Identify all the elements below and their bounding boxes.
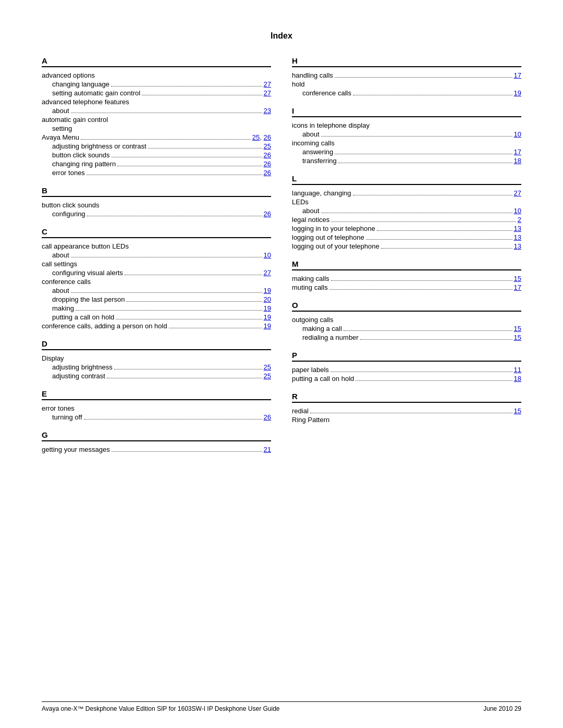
- entry-label: Avaya Menu: [42, 133, 79, 141]
- index-entry: handling calls 17: [292, 71, 521, 79]
- entry-page[interactable]: 26: [264, 151, 271, 159]
- entry-page[interactable]: 15: [514, 334, 521, 341]
- entry-page[interactable]: 2: [518, 216, 521, 224]
- index-entry: error tones 26: [42, 169, 271, 177]
- leader-dots: [331, 372, 512, 372]
- index-entry: adjusting brightness or contrast 25: [42, 142, 271, 150]
- index-entry: dropping the last person 20: [42, 295, 271, 303]
- leader-dots: [366, 239, 512, 240]
- index-section: A advanced options changing language 27 …: [42, 56, 271, 177]
- leader-dots: [148, 148, 262, 149]
- index-entry: about 10: [292, 207, 521, 215]
- footer-right: June 2010 29: [483, 705, 521, 712]
- entry-label: adjusting brightness: [52, 363, 113, 371]
- leader-dots: [87, 175, 262, 175]
- entry-page[interactable]: 27: [264, 80, 271, 88]
- entry-page[interactable]: 19: [264, 322, 271, 330]
- entry-page[interactable]: 17: [514, 148, 521, 156]
- entry-page[interactable]: 27: [514, 189, 521, 197]
- entry-label: hold: [292, 80, 305, 88]
- index-entry: Avaya Menu 25, 26: [42, 133, 271, 141]
- index-entry: configuring visual alerts 27: [42, 269, 271, 277]
- leader-dots: [381, 248, 512, 249]
- leader-dots: [117, 166, 262, 166]
- index-group-label: call appearance button LEDs: [42, 242, 271, 250]
- entry-page[interactable]: 20: [264, 295, 271, 303]
- index-section: O outgoing calls making a call 15 redial…: [292, 301, 521, 341]
- entry-page[interactable]: 26: [264, 413, 271, 421]
- entry-page[interactable]: 18: [514, 375, 521, 382]
- entry-page[interactable]: 17: [514, 283, 521, 291]
- entry-page[interactable]: 26: [264, 160, 271, 168]
- entry-label: configuring visual alerts: [52, 269, 123, 277]
- entry-page[interactable]: 10: [264, 251, 271, 259]
- leader-dots: [335, 77, 512, 78]
- entry-page[interactable]: 19: [264, 304, 271, 312]
- entry-page[interactable]: 15: [514, 275, 521, 282]
- entry-page[interactable]: 21: [264, 446, 271, 453]
- entry-label: turning off: [52, 413, 82, 421]
- entry-page[interactable]: 13: [514, 242, 521, 250]
- section-letter: D: [42, 339, 271, 350]
- index-entry: transferring 18: [292, 157, 521, 165]
- entry-label: call settings: [42, 260, 77, 268]
- entry-page[interactable]: 19: [264, 313, 271, 321]
- index-group-label: automatic gain control: [42, 116, 271, 124]
- entry-page[interactable]: 19: [264, 287, 271, 294]
- section-letter: L: [292, 174, 521, 185]
- entry-page[interactable]: 15: [514, 325, 521, 332]
- entry-label: about: [52, 251, 69, 259]
- index-columns: A advanced options changing language 27 …: [42, 56, 521, 463]
- entry-label: error tones: [42, 404, 75, 412]
- index-group-label: advanced options: [42, 71, 271, 79]
- entry-page[interactable]: 26: [264, 210, 271, 218]
- entry-page[interactable]: 10: [514, 130, 521, 138]
- entry-page[interactable]: 15: [514, 407, 521, 415]
- index-section: L language, changing 27 LEDs about 10 le…: [292, 174, 521, 250]
- entry-page[interactable]: 25: [264, 372, 271, 380]
- section-letter: P: [292, 351, 521, 362]
- entry-page[interactable]: 13: [514, 233, 521, 241]
- leader-dots: [338, 163, 512, 163]
- entry-label: button click sounds: [42, 201, 100, 209]
- index-entry: putting a call on hold 19: [42, 313, 271, 321]
- entry-page[interactable]: 13: [514, 225, 521, 232]
- entry-page[interactable]: 19: [514, 89, 521, 97]
- entry-label: Display: [42, 354, 64, 362]
- entry-label: setting: [52, 125, 72, 132]
- index-group-label: button click sounds: [42, 201, 271, 209]
- index-section: R redial 15 Ring Pattern: [292, 392, 521, 424]
- index-entry: redialing a number 15: [292, 334, 521, 341]
- index-entry: configuring 26: [42, 210, 271, 218]
- leader-dots: [126, 301, 262, 302]
- leader-dots: [112, 451, 262, 452]
- index-entry: making calls 15: [292, 275, 521, 282]
- leader-dots: [112, 157, 262, 157]
- entry-page[interactable]: 25: [264, 142, 271, 150]
- index-entry: logging out of telephone 13: [292, 233, 521, 241]
- entry-label: paper labels: [292, 366, 329, 374]
- index-entry: turning off 26: [42, 413, 271, 421]
- entry-page[interactable]: 17: [514, 71, 521, 79]
- entry-label: configuring: [52, 210, 85, 218]
- index-section: I icons in telephone display about 10 in…: [292, 106, 521, 165]
- entry-label: about: [52, 287, 69, 294]
- entry-page[interactable]: 11: [514, 366, 521, 374]
- entry-page[interactable]: 10: [514, 207, 521, 215]
- entry-label: LEDs: [292, 198, 309, 206]
- entry-page[interactable]: 27: [264, 89, 271, 97]
- entry-page[interactable]: 26: [264, 169, 271, 177]
- index-entry: about 10: [292, 130, 521, 138]
- left-column: A advanced options changing language 27 …: [42, 56, 271, 463]
- index-group-label: outgoing calls: [292, 316, 521, 324]
- entry-page[interactable]: 23: [264, 107, 271, 115]
- entry-page[interactable]: 18: [514, 157, 521, 165]
- leader-dots: [84, 419, 262, 419]
- leader-dots: [142, 95, 262, 95]
- entry-page[interactable]: 25, 26: [252, 133, 271, 141]
- entry-page[interactable]: 27: [264, 269, 271, 277]
- section-letter: A: [42, 56, 271, 67]
- index-entry: changing language 27: [42, 80, 271, 88]
- entry-label: call appearance button LEDs: [42, 242, 129, 250]
- entry-page[interactable]: 25: [264, 363, 271, 371]
